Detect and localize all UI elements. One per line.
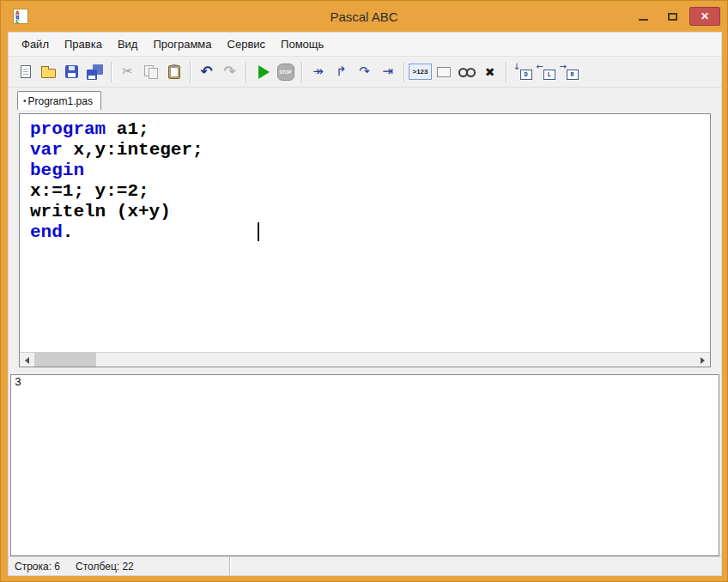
undo-button[interactable]: ↶ xyxy=(195,60,218,83)
horizontal-scrollbar[interactable] xyxy=(20,352,710,367)
editor-frame: program a1; var x,y:integer; begin x:=1;… xyxy=(19,113,711,367)
maximize-icon xyxy=(668,13,677,21)
scroll-right-button[interactable] xyxy=(695,353,710,367)
app-window: A B C Pascal ABC ✕ Файл Правка Вид Прогр… xyxy=(0,0,728,582)
stop-icon: STOP xyxy=(277,64,294,81)
toolbar: ✂ ↶ ↷ STOP ↠ ↱ ↷ ⇥ >123 ✖ ↓ D xyxy=(9,57,721,88)
save-all-button[interactable] xyxy=(83,60,106,83)
copy-icon xyxy=(144,65,158,78)
code-token: x:=1; y:=2; xyxy=(30,181,149,201)
step-out-button[interactable]: ↷ xyxy=(353,60,376,83)
save-button[interactable] xyxy=(60,60,83,83)
undo-icon: ↶ xyxy=(200,64,212,79)
minimize-icon xyxy=(639,19,648,21)
maximize-button[interactable] xyxy=(660,8,684,25)
code-line: var x,y:integer; xyxy=(30,140,710,161)
frame-window-icon xyxy=(437,67,451,77)
stop-button[interactable]: STOP xyxy=(274,60,297,83)
close-x-icon: ✖ xyxy=(485,66,495,78)
window-title: Pascal ABC xyxy=(8,9,720,24)
code-line: writeln (x+y) xyxy=(30,202,710,222)
code-line: x:=1; y:=2; xyxy=(30,181,710,202)
code-token: a1; xyxy=(106,119,149,139)
cut-button[interactable]: ✂ xyxy=(116,60,139,83)
copy-button[interactable] xyxy=(139,60,162,83)
save-icon xyxy=(65,65,78,78)
menu-program[interactable]: Программа xyxy=(145,33,219,56)
menu-file[interactable]: Файл xyxy=(14,33,57,56)
status-position-panel: Строка: 6 Столбец: 22 xyxy=(9,557,230,575)
redo-icon: ↷ xyxy=(223,64,235,79)
cut-icon: ✂ xyxy=(122,65,133,78)
menu-service[interactable]: Сервис xyxy=(220,33,274,56)
toolbar-separator xyxy=(111,62,112,82)
scroll-left-button[interactable] xyxy=(20,353,34,367)
code-editor[interactable]: program a1; var x,y:integer; begin x:=1;… xyxy=(20,114,710,352)
editor-area: program a1; var x,y:integer; begin x:=1;… xyxy=(9,110,721,367)
output-pane[interactable]: 3 xyxy=(10,374,719,556)
close-button[interactable]: ✕ xyxy=(689,7,720,26)
status-bar: Строка: 6 Столбец: 22 xyxy=(9,556,721,575)
status-extra-panel xyxy=(230,557,721,575)
redo-button[interactable]: ↷ xyxy=(218,60,241,83)
status-line: Строка: 6 xyxy=(15,561,60,573)
io-window-toggle-icon: >123 xyxy=(409,64,431,80)
close-window-button[interactable]: ✖ xyxy=(478,60,501,83)
watch-icon xyxy=(458,68,476,76)
open-folder-icon xyxy=(41,69,56,78)
code-keyword: end xyxy=(30,222,63,242)
tab-bar: • Program1.pas xyxy=(9,88,721,110)
toolbar-separator xyxy=(190,62,191,82)
text-caret xyxy=(258,222,259,241)
step-out-icon: ↷ xyxy=(359,65,370,78)
io-window-toggle-button[interactable]: >123 xyxy=(409,60,432,83)
tab-label: Program1.pas xyxy=(28,95,93,107)
code-token: writeln (x+y) xyxy=(30,202,171,221)
title-bar: A B C Pascal ABC ✕ xyxy=(8,1,720,32)
scrollbar-thumb[interactable] xyxy=(34,353,96,367)
menu-help[interactable]: Помощь xyxy=(273,33,331,56)
tab-modified-marker: • xyxy=(23,96,27,106)
toolbar-separator xyxy=(403,62,404,82)
save-all-icon xyxy=(87,64,103,80)
code-line: end. xyxy=(30,222,710,243)
run-to-cursor-icon: ⇥ xyxy=(382,65,393,78)
new-file-button[interactable] xyxy=(14,60,37,83)
status-column: Столбец: 22 xyxy=(76,561,134,573)
dock-right-icon: → R xyxy=(560,64,579,80)
frame-window-button[interactable] xyxy=(432,60,455,83)
run-to-cursor-button[interactable]: ⇥ xyxy=(376,60,399,83)
code-line: begin xyxy=(30,161,710,181)
step-over-icon: ↱ xyxy=(336,65,347,78)
dock-bottom-button[interactable]: ↓ D xyxy=(511,60,534,83)
close-icon: ✕ xyxy=(701,10,709,22)
menu-bar: Файл Правка Вид Программа Сервис Помощь xyxy=(9,33,721,57)
paste-button[interactable] xyxy=(162,60,185,83)
run-button[interactable] xyxy=(251,60,274,83)
step-over-button[interactable]: ↱ xyxy=(330,60,353,83)
step-into-button[interactable]: ↠ xyxy=(306,60,330,83)
toolbar-separator xyxy=(246,62,246,82)
menu-edit[interactable]: Правка xyxy=(57,33,110,56)
open-file-button[interactable] xyxy=(37,60,60,83)
toolbar-separator xyxy=(301,62,302,82)
tab-program1[interactable]: • Program1.pas xyxy=(17,91,101,110)
toolbar-separator xyxy=(506,62,507,82)
code-token: x,y:integer; xyxy=(63,140,203,160)
menu-view[interactable]: Вид xyxy=(110,33,146,56)
dock-left-button[interactable]: ← L xyxy=(534,60,557,83)
run-icon xyxy=(258,65,270,79)
pane-splitter[interactable] xyxy=(9,367,721,374)
code-keyword: begin xyxy=(30,161,84,180)
step-into-icon: ↠ xyxy=(312,65,324,78)
code-token: . xyxy=(63,222,74,242)
dock-left-icon: ← L xyxy=(537,64,555,80)
watch-window-button[interactable] xyxy=(455,60,478,83)
dock-bottom-icon: ↓ D xyxy=(513,64,532,80)
minimize-button[interactable] xyxy=(631,8,655,25)
code-line: program a1; xyxy=(30,119,710,140)
code-keyword: var xyxy=(30,140,63,160)
scroll-left-icon xyxy=(25,357,29,364)
code-keyword: program xyxy=(30,119,106,139)
dock-right-button[interactable]: → R xyxy=(557,60,580,83)
